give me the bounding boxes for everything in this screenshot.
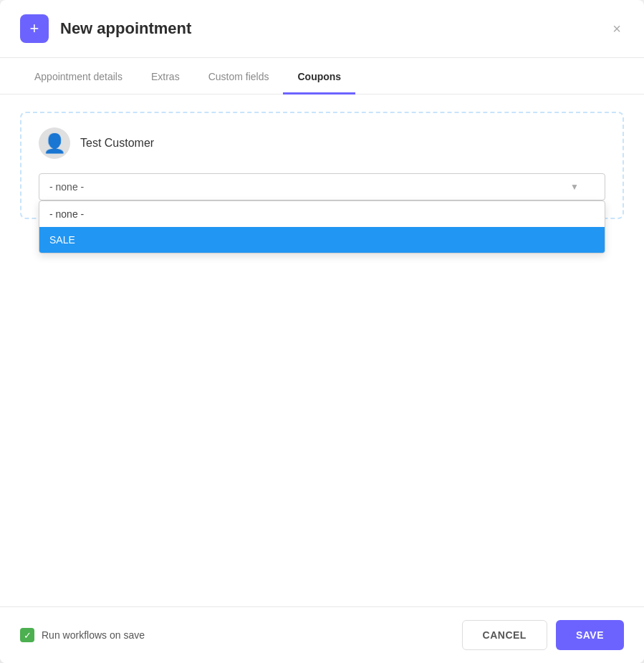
modal-title: New appointment <box>60 19 598 38</box>
workflow-check: ✓ Run workflows on save <box>20 628 145 642</box>
workflow-label: Run workflows on save <box>42 629 145 641</box>
modal-body: 👤 Test Customer - none - ▼ - none - SALE <box>0 95 644 606</box>
coupon-select-wrapper: - none - ▼ - none - SALE <box>39 173 605 200</box>
tabs-bar: Appointment details Extras Custom fields… <box>0 58 644 95</box>
checkmark-icon: ✓ <box>24 630 32 641</box>
select-arrow-icon: ▼ <box>570 182 579 192</box>
plus-icon: + <box>30 21 39 37</box>
dropdown-option-sale[interactable]: SALE <box>39 227 605 253</box>
close-button[interactable]: × <box>610 18 624 40</box>
customer-name: Test Customer <box>80 137 154 150</box>
customer-card: 👤 Test Customer - none - ▼ - none - SALE <box>20 112 624 219</box>
footer-actions: CANCEL SAVE <box>462 620 624 650</box>
coupon-dropdown: - none - SALE <box>39 200 605 253</box>
tab-custom-fields[interactable]: Custom fields <box>194 58 284 95</box>
modal-header: + New appointment × <box>0 0 644 58</box>
workflow-checkbox[interactable]: ✓ <box>20 628 34 642</box>
tab-appointment-details[interactable]: Appointment details <box>20 58 137 95</box>
plus-button[interactable]: + <box>20 14 49 43</box>
avatar: 👤 <box>39 127 70 159</box>
tab-extras[interactable]: Extras <box>137 58 194 95</box>
dropdown-option-none[interactable]: - none - <box>39 201 605 227</box>
save-button[interactable]: SAVE <box>556 620 624 650</box>
new-appointment-modal: + New appointment × Appointment details … <box>0 0 644 663</box>
modal-footer: ✓ Run workflows on save CANCEL SAVE <box>0 606 644 663</box>
select-value: - none - <box>49 181 84 193</box>
customer-info: 👤 Test Customer <box>39 127 605 159</box>
cancel-button[interactable]: CANCEL <box>462 620 547 650</box>
avatar-icon: 👤 <box>43 132 66 155</box>
tab-coupons[interactable]: Coupons <box>283 58 355 95</box>
coupon-select[interactable]: - none - ▼ <box>39 173 605 200</box>
